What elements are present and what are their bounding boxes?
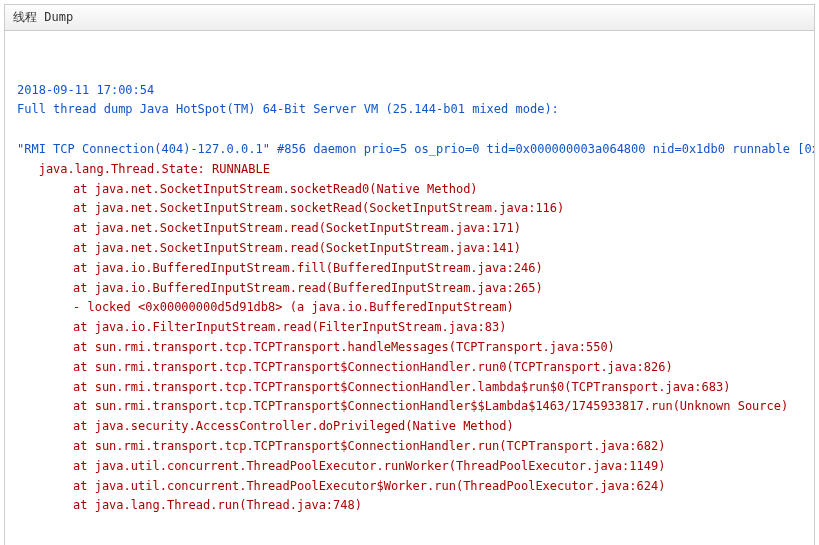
stack-line: at java.lang.Thread.run(Thread.java:748) [17,496,802,516]
stack-line: at java.util.concurrent.ThreadPoolExecut… [17,477,802,497]
stack-line: at java.security.AccessController.doPriv… [17,417,802,437]
stack-line: at java.util.concurrent.ThreadPoolExecut… [17,457,802,477]
stack-line: at java.net.SocketInputStream.read(Socke… [17,219,802,239]
stack-line: at sun.rmi.transport.tcp.TCPTransport$Co… [17,378,802,398]
dump-header: Full thread dump Java HotSpot(TM) 64-Bit… [17,102,559,116]
stack-line: at java.net.SocketInputStream.read(Socke… [17,239,802,259]
stack-trace: at java.net.SocketInputStream.socketRead… [17,180,802,517]
stack-line: at sun.rmi.transport.tcp.TCPTransport$Co… [17,397,802,417]
stack-line: at java.io.FilterInputStream.read(Filter… [17,318,802,338]
stack-line: at java.io.BufferedInputStream.fill(Buff… [17,259,802,279]
stack-line: at sun.rmi.transport.tcp.TCPTransport.ha… [17,338,802,358]
dump-timestamp: 2018-09-11 17:00:54 [17,83,154,97]
stack-line: at java.io.BufferedInputStream.read(Buff… [17,279,802,299]
thread-state: java.lang.Thread.State: RUNNABLE [17,162,270,176]
stack-line: at sun.rmi.transport.tcp.TCPTransport$Co… [17,437,802,457]
stack-line: at java.net.SocketInputStream.socketRead… [17,199,802,219]
panel-title: 线程 Dump [5,5,814,31]
stack-line: at java.net.SocketInputStream.socketRead… [17,180,802,200]
stack-line: - locked <0x00000000d5d91db8> (a java.io… [17,298,802,318]
stack-line: at sun.rmi.transport.tcp.TCPTransport$Co… [17,358,802,378]
thread-dump-content: 2018-09-11 17:00:54 Full thread dump Jav… [5,31,814,545]
thread-dump-panel: 线程 Dump 2018-09-11 17:00:54 Full thread … [4,4,815,545]
thread-name: "RMI TCP Connection(404)-127.0.0.1" #856… [17,142,814,156]
